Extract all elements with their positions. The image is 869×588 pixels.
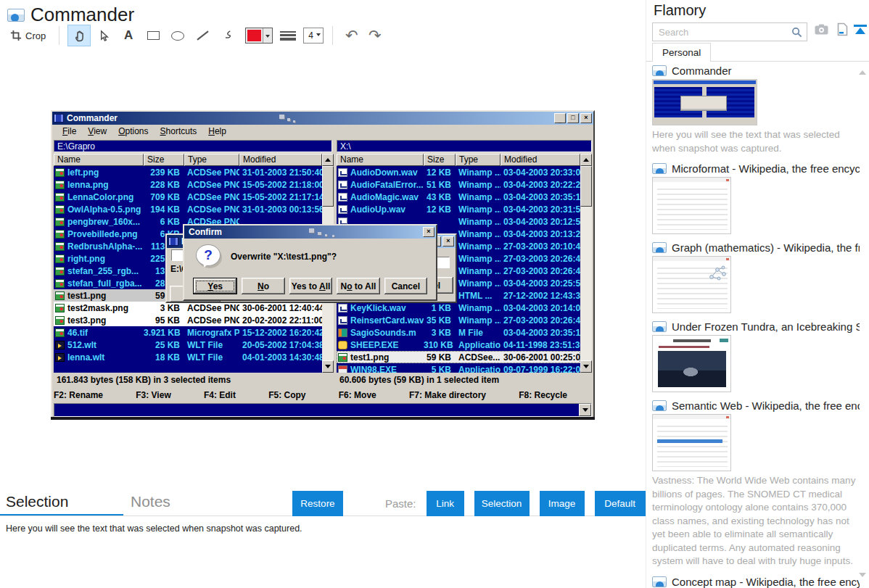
fkey-f3[interactable]: F3: View <box>136 390 170 400</box>
size-dropdown[interactable]: 4 <box>303 28 324 44</box>
camera-icon[interactable] <box>815 24 828 35</box>
file-row[interactable]: AudioFatalError....51 KBWinamp ...03-04-… <box>337 178 580 191</box>
line-tool-button[interactable] <box>191 25 213 46</box>
maximize-button[interactable]: □ <box>567 113 579 123</box>
thickness-button[interactable] <box>280 31 296 41</box>
snapshot-item[interactable]: Graph (mathematics) - Wikipedia, the fre… <box>652 241 860 313</box>
tab-selection[interactable]: Selection <box>6 493 68 510</box>
right-scrollbar[interactable] <box>580 166 592 360</box>
left-scrollbar-thumb[interactable] <box>322 166 334 207</box>
confirm-yes-button[interactable]: Yes <box>193 278 237 294</box>
fkey-f6[interactable]: F6: Move <box>339 390 376 400</box>
hand-tool-button[interactable] <box>68 25 90 46</box>
snapshot-item[interactable]: Semantic Web - Wikipedia, the free encyc… <box>652 399 860 568</box>
crop-button[interactable]: Crop <box>6 25 50 46</box>
file-row[interactable]: KeyKlick.wav1 KBWinamp ...03-04-2003 20:… <box>337 302 580 314</box>
command-line[interactable] <box>54 403 592 417</box>
menu-options[interactable]: Options <box>112 126 154 136</box>
undo-button[interactable]: ↶ <box>342 27 362 44</box>
close-button[interactable]: × <box>442 236 454 247</box>
column-header-size[interactable]: Size <box>144 154 184 166</box>
column-header-type[interactable]: Type <box>456 154 501 166</box>
select-tool-button[interactable] <box>93 25 115 46</box>
right-scrollbar-thumb[interactable] <box>580 166 592 207</box>
file-row[interactable]: LennaColor.png709 KBACDSee PNG...15-05-2… <box>54 191 322 203</box>
column-header-name[interactable]: Name <box>337 154 424 166</box>
file-row[interactable]: SHEEP.EXE310 KBApplication04-11-1998 23:… <box>337 339 580 351</box>
search-input[interactable] <box>653 23 807 41</box>
left-scroll-up-button[interactable] <box>322 154 334 166</box>
snapshot-item[interactable]: Under Frozen Tundra, an Icebreaking Ship… <box>652 320 860 392</box>
file-row[interactable]: lenna.wlt18 KBWLT File04-01-2003 14:30:4… <box>54 351 322 363</box>
right-scroll-down-button[interactable] <box>580 360 592 373</box>
redo-button[interactable]: ↷ <box>365 27 385 44</box>
command-line-dropdown[interactable] <box>579 404 591 416</box>
file-row[interactable]: 46.tif3.921 KBMicrografx Pic...15-12-200… <box>54 326 322 339</box>
column-header-size[interactable]: Size <box>424 154 456 166</box>
rectangle-tool-button[interactable] <box>142 25 164 46</box>
column-header-modified[interactable]: Modified <box>239 154 322 166</box>
page-icon[interactable] <box>837 22 848 36</box>
freehand-tool-button[interactable] <box>216 25 238 46</box>
confirm-no-button[interactable]: No <box>242 278 284 294</box>
snapshot-item[interactable]: Concept map - Wikipedia, the free encycl… <box>652 575 860 588</box>
snapshot-thumbnail[interactable] <box>652 177 731 234</box>
column-header-name[interactable]: Name <box>54 154 144 166</box>
file-row[interactable]: AudioDown.wav12 KBWinamp ...03-04-2003 2… <box>337 166 580 178</box>
snapshot-item[interactable]: Microformat - Wikipedia, the free encycl… <box>652 162 860 234</box>
snapshot-item[interactable]: CommanderHere you will see the text that… <box>652 64 860 155</box>
column-header-type[interactable]: Type <box>184 154 239 166</box>
left-path-bar[interactable]: E:\Grapro <box>54 140 332 152</box>
left-scroll-down-button[interactable] <box>322 360 334 373</box>
color-caret[interactable] <box>263 28 272 43</box>
fkey-f5[interactable]: F5: Copy <box>268 390 305 400</box>
minimize-button[interactable]: _ <box>554 113 566 123</box>
snapshot-thumbnail[interactable] <box>652 256 731 313</box>
confirm-no-to-all-button[interactable]: No to All <box>337 278 379 294</box>
scroll-down-icon[interactable] <box>859 573 866 581</box>
snapshot-thumbnail[interactable] <box>652 414 731 471</box>
close-button[interactable]: × <box>423 227 434 237</box>
restore-button[interactable]: Restore <box>292 491 343 516</box>
color-picker[interactable] <box>245 28 273 44</box>
fkey-f4[interactable]: F4: Edit <box>204 390 236 400</box>
dock-sidebar-icon[interactable] <box>854 25 867 35</box>
menu-help[interactable]: Help <box>202 126 232 136</box>
menu-file[interactable]: File <box>57 126 82 136</box>
fkey-f7[interactable]: F7: Make directory <box>409 390 486 400</box>
scroll-up-icon[interactable] <box>859 67 866 75</box>
menu-shortcuts[interactable]: Shortcuts <box>155 126 203 136</box>
tab-personal[interactable]: Personal <box>652 43 711 62</box>
column-header-modified[interactable]: Modified <box>501 154 580 166</box>
fkey-f2[interactable]: F2: Rename <box>54 390 103 400</box>
tab-notes[interactable]: Notes <box>131 493 170 510</box>
snapshot-thumbnail[interactable] <box>652 79 757 125</box>
file-row[interactable]: test3.png95 KBACDSee PNG...20-02-2002 22… <box>54 314 322 326</box>
close-button[interactable]: × <box>580 113 592 123</box>
file-row[interactable]: AudioMagic.wav43 KBWinamp ...03-04-2003 … <box>337 191 580 203</box>
file-row[interactable]: left.png239 KBACDSee PNG...31-01-2003 21… <box>54 166 322 178</box>
text-tool-button[interactable]: A <box>118 25 139 46</box>
file-row[interactable]: test1.png59 KBACDSee...30-06-2001 00:25:… <box>337 351 580 363</box>
file-row[interactable]: SagioSounds.m3 KBM File03-04-2003 20:35:… <box>337 326 580 339</box>
right-path-bar[interactable]: X:\ <box>337 140 592 152</box>
snapshot-icon <box>652 163 667 174</box>
paste-selection-button[interactable]: Selection <box>474 491 530 516</box>
ellipse-tool-button[interactable] <box>167 25 189 46</box>
file-row[interactable]: ReinsertCard.wav35 KBWinamp ...27-03-200… <box>337 314 580 326</box>
menu-view[interactable]: View <box>82 126 112 136</box>
file-row[interactable]: 512.wlt25 KBWLT File20-05-2002 17:04:38 <box>54 339 322 351</box>
file-row[interactable]: AudioUp.wav12 KBWinamp ...03-04-2003 20:… <box>337 203 580 215</box>
paste-link-button[interactable]: Link <box>427 491 464 516</box>
paste-image-button[interactable]: Image <box>540 491 585 516</box>
snapshot-thumbnail[interactable] <box>652 335 731 392</box>
confirm-yes-to-all-button[interactable]: Yes to All <box>289 278 332 294</box>
fkey-f8[interactable]: F8: Recycle <box>519 390 567 400</box>
file-row[interactable]: test2mask.png3 KBACDSee PNG...30-06-2001… <box>54 302 322 314</box>
file-row[interactable]: OwlAlpha-0.5.png194 KBACDSee PNG...31-01… <box>54 203 322 215</box>
confirm-cancel-button[interactable]: Cancel <box>384 278 427 294</box>
file-row[interactable]: lenna.png228 KBACDSee PNG...15-05-2002 2… <box>54 178 322 191</box>
right-scroll-up-button[interactable] <box>580 154 592 166</box>
paste-default-button[interactable]: Default <box>595 491 646 516</box>
file-row[interactable]: WIN98.EXE5 KBApplication09-07-1999 16:22… <box>337 363 580 373</box>
